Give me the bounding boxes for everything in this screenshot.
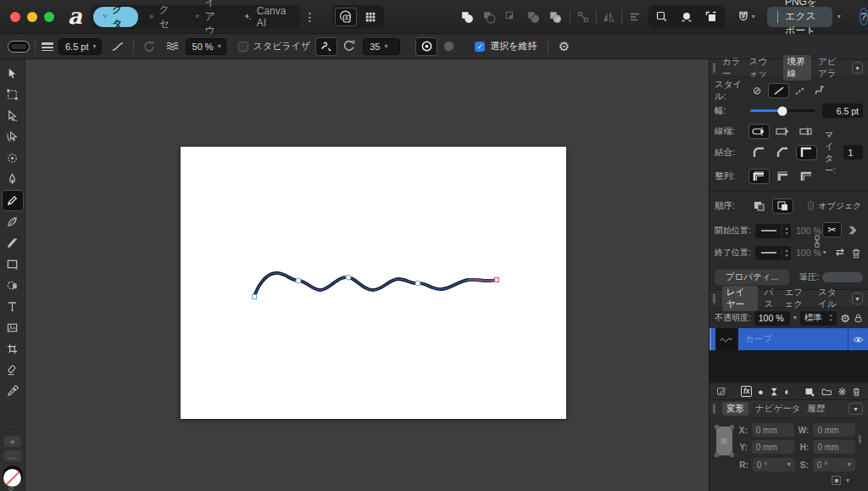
cap-butt-button[interactable]	[772, 124, 793, 139]
delete-layer-icon[interactable]	[852, 387, 861, 397]
layer-thumbnail[interactable]	[716, 328, 737, 350]
layers-panel: レイヤー パス エフェク スタイル ▼ 不透明度: 100 % ▾ 標準 ▲▼ …	[709, 290, 868, 400]
scale-with-object-label: オブジェクトととも	[818, 200, 863, 212]
trash-icon[interactable]	[851, 248, 861, 259]
width-slider[interactable]	[750, 109, 815, 112]
width-field[interactable]: 6.5 pt	[822, 103, 863, 118]
stroke-style-dash-button[interactable]	[792, 83, 809, 98]
edit-layer-icon[interactable]	[716, 386, 726, 397]
s-label: S:	[799, 460, 809, 470]
y-label: Y:	[739, 443, 748, 452]
x-field[interactable]: 0 mm	[752, 423, 794, 437]
properties-button[interactable]: プロパティ...	[715, 270, 789, 285]
live-filter-button[interactable]: ◐	[784, 386, 790, 398]
panel-menu-chevron[interactable]: ▼	[852, 293, 863, 304]
link-positions-icon[interactable]	[812, 233, 822, 250]
panel-drag-handle[interactable]	[713, 404, 715, 414]
solid-line-icon	[773, 86, 785, 96]
panel-drag-handle[interactable]	[713, 293, 715, 304]
panel-menu-chevron[interactable]: ▼	[852, 62, 863, 74]
order-front-button[interactable]	[772, 198, 793, 214]
r-field[interactable]: 0 ° ▾	[753, 458, 795, 471]
w-field[interactable]: 0 mm	[813, 423, 855, 437]
line-style-preview	[755, 230, 782, 232]
stepper-control[interactable]: ▲▼	[782, 246, 791, 260]
tab-paths[interactable]: パス	[765, 287, 778, 310]
align-outside-button[interactable]	[796, 169, 817, 184]
tab-swatches[interactable]: スウォッ	[749, 56, 776, 80]
tab-styles[interactable]: スタイル	[818, 287, 845, 310]
stroke-style-solid-button[interactable]	[768, 83, 789, 98]
align-inside-button[interactable]	[772, 169, 793, 184]
tab-color[interactable]: カラー	[722, 56, 743, 80]
tab-effects[interactable]: エフェク	[784, 287, 811, 310]
tab-stroke[interactable]: 境界線	[783, 55, 811, 81]
layers-empty-area[interactable]	[709, 350, 868, 382]
panel-drag-handle[interactable]	[713, 63, 715, 73]
stroke-style-brush-button[interactable]	[811, 83, 828, 98]
anchor-point-selector[interactable]	[716, 427, 732, 455]
mask-layer-button[interactable]: ●	[758, 387, 764, 397]
miter-field[interactable]: 1	[843, 145, 863, 159]
group-folder-icon[interactable]	[821, 387, 832, 396]
order-label: 順序:	[715, 200, 748, 212]
chevron-down-icon[interactable]: ▾	[793, 315, 797, 321]
y-field[interactable]: 0 mm	[752, 440, 794, 454]
cap-round-button[interactable]	[748, 124, 770, 139]
stroke-style-none-button[interactable]: ⊘	[748, 83, 765, 98]
layers-panel-tabs: レイヤー パス エフェク スタイル ▼	[709, 290, 868, 308]
selection-cycle-icon[interactable]	[831, 475, 842, 486]
line-style-preview	[755, 252, 782, 254]
align-center-button[interactable]	[748, 169, 770, 184]
width-slider-knob[interactable]	[778, 106, 787, 115]
chevron-down-icon[interactable]: ▾	[846, 477, 849, 484]
start-line-style-select[interactable]: ▲▼	[755, 224, 791, 238]
add-image-layer-icon[interactable]	[804, 387, 815, 397]
stepper-control[interactable]: ▲▼	[782, 224, 791, 238]
chevron-down-icon[interactable]: ▾	[823, 249, 826, 256]
swap-positions-button[interactable]: ⇄	[836, 246, 844, 258]
join-bevel-button[interactable]	[772, 145, 793, 160]
square-cap-icon	[799, 126, 815, 137]
start-position-label: 開始位置:	[715, 225, 755, 237]
node-handle-button[interactable]	[843, 222, 863, 237]
s-value: 0 °	[817, 460, 827, 470]
right-panel: カラー スウォッ 境界線 アピアラ ▼ スタイル: ⊘	[709, 59, 868, 491]
layer-settings-gear-icon[interactable]: ⚙	[840, 312, 850, 325]
tab-history[interactable]: 履歴	[807, 403, 825, 415]
layer-row[interactable]: カーブ	[709, 328, 868, 350]
adjustment-layer-icon[interactable]	[770, 387, 779, 397]
tab-appearance[interactable]: アピアラ	[818, 56, 845, 80]
eye-icon	[853, 336, 864, 343]
panel-menu-chevron[interactable]: ▼	[849, 403, 863, 415]
layer-fx-button[interactable]: fx	[741, 386, 752, 396]
miter-join-icon	[800, 147, 813, 159]
stepper-control[interactable]: ▲▼	[829, 313, 832, 323]
pressure-graph-field[interactable]	[822, 272, 863, 282]
scale-with-object-checkbox[interactable]	[808, 201, 814, 210]
s-field[interactable]: 0 ° ▾	[813, 458, 855, 471]
opacity-field[interactable]: 100 %	[754, 311, 790, 326]
cap-square-button[interactable]	[796, 124, 817, 139]
tab-navigator[interactable]: ナビゲータ	[755, 403, 800, 415]
layer-name-field[interactable]: カーブ	[738, 328, 848, 350]
scissors-button[interactable]: ✂	[822, 222, 842, 237]
blend-mode-select[interactable]: 標準 ▲▼	[800, 311, 837, 326]
align-outside-icon	[800, 170, 813, 182]
bevel-join-icon	[776, 147, 789, 159]
width-label: 幅:	[715, 105, 748, 117]
layer-visibility-toggle[interactable]	[848, 328, 868, 350]
panel-divider	[709, 191, 868, 192]
h-label: H:	[798, 443, 810, 452]
join-round-button[interactable]	[748, 145, 770, 160]
chevron-down-icon[interactable]: ▾	[787, 461, 791, 468]
order-back-button[interactable]	[748, 198, 770, 214]
link-dimensions-icon[interactable]	[857, 430, 863, 449]
pattern-layer-icon[interactable]: ※	[837, 386, 846, 398]
join-miter-button[interactable]	[796, 145, 817, 160]
end-line-style-select[interactable]: ▲▼	[755, 246, 791, 260]
lock-icon[interactable]	[854, 313, 863, 323]
tab-transform[interactable]: 変形	[722, 402, 748, 416]
chevron-down-icon[interactable]: ▾	[848, 461, 851, 468]
h-field[interactable]: 0 mm	[813, 440, 855, 454]
